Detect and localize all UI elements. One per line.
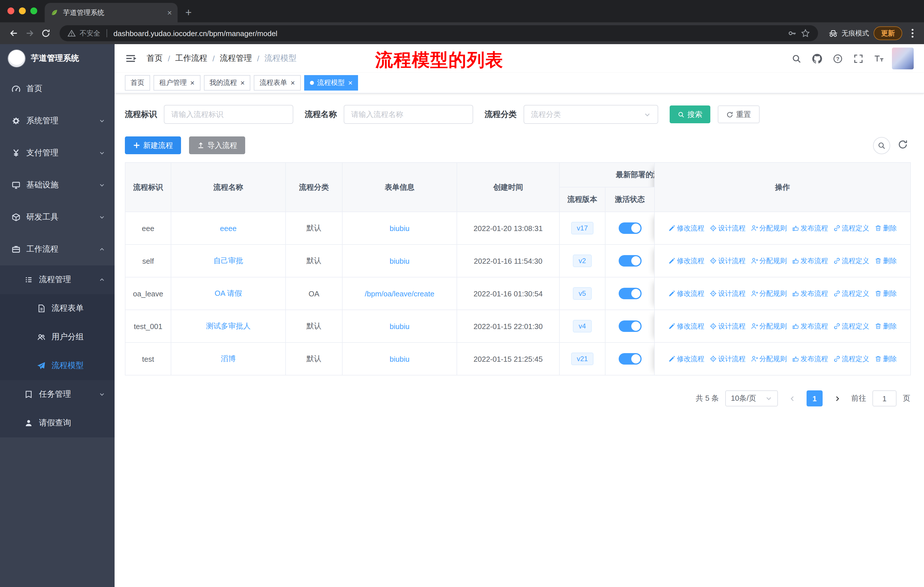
process-name-link[interactable]: 自己审批: [213, 256, 243, 265]
close-icon[interactable]: ×: [348, 79, 353, 86]
tag-my-process[interactable]: 我的流程×: [204, 75, 250, 91]
back-button[interactable]: [6, 25, 22, 41]
publish-process-link[interactable]: 发布流程: [792, 223, 828, 233]
create-process-button[interactable]: 新建流程: [125, 136, 181, 154]
close-icon[interactable]: ×: [290, 79, 295, 86]
delete-link[interactable]: 删除: [874, 256, 897, 266]
forward-button[interactable]: [22, 25, 38, 41]
import-process-button[interactable]: 导入流程: [189, 136, 245, 154]
assign-rule-link[interactable]: 分配规则: [751, 321, 787, 331]
process-name-link[interactable]: 测试多审批人: [206, 322, 251, 330]
active-status-toggle[interactable]: [619, 288, 641, 299]
breadcrumb-item[interactable]: 工作流程: [175, 53, 207, 64]
assign-rule-link[interactable]: 分配规则: [751, 354, 787, 364]
sidebar-collapse-icon[interactable]: [125, 53, 136, 64]
sidebar-item-leave-query[interactable]: 请假查询: [0, 409, 115, 437]
process-id-input[interactable]: [164, 105, 293, 124]
breadcrumb-item[interactable]: 流程管理: [220, 53, 252, 64]
page-number-current[interactable]: 1: [807, 390, 823, 407]
form-info-link[interactable]: /bpm/oa/leave/create: [365, 289, 434, 298]
password-key-icon[interactable]: [788, 29, 797, 38]
delete-link[interactable]: 删除: [874, 321, 897, 331]
form-info-link[interactable]: biubiu: [389, 355, 409, 363]
active-status-toggle[interactable]: [619, 255, 641, 266]
refresh-table-button[interactable]: [898, 139, 910, 152]
next-page-button[interactable]: [829, 390, 845, 407]
goto-page-input[interactable]: [873, 390, 896, 407]
process-definition-link[interactable]: 流程定义: [833, 354, 869, 364]
sidebar-item-process-manage[interactable]: 流程管理: [0, 265, 115, 294]
design-process-link[interactable]: 设计流程: [710, 223, 746, 233]
assign-rule-link[interactable]: 分配规则: [751, 256, 787, 266]
design-process-link[interactable]: 设计流程: [710, 289, 746, 298]
sidebar-item-process-model[interactable]: 流程模型: [0, 351, 115, 380]
process-name-input[interactable]: [344, 105, 473, 124]
sidebar-item-system[interactable]: 系统管理: [0, 105, 115, 137]
design-process-link[interactable]: 设计流程: [710, 354, 746, 364]
sidebar-item-workflow[interactable]: 工作流程: [0, 233, 115, 265]
process-name-link[interactable]: 滔博: [221, 354, 236, 363]
address-bar[interactable]: 不安全 dashboard.yudao.iocoder.cn/bpm/manag…: [59, 25, 818, 41]
assign-rule-link[interactable]: 分配规则: [751, 223, 787, 233]
category-select[interactable]: 流程分类: [523, 105, 658, 124]
tag-process-form[interactable]: 流程表单×: [254, 75, 300, 91]
bookmark-star-icon[interactable]: [801, 29, 810, 38]
sidebar-logo-row[interactable]: 芋道管理系统: [0, 44, 115, 73]
sidebar-item-process-form[interactable]: 流程表单: [0, 294, 115, 323]
process-definition-link[interactable]: 流程定义: [833, 321, 869, 331]
process-definition-link[interactable]: 流程定义: [833, 223, 869, 233]
toggle-search-button[interactable]: [873, 137, 890, 154]
browser-tab[interactable]: 芋道管理系统 ×: [45, 3, 178, 22]
tab-close-icon[interactable]: ×: [167, 8, 172, 17]
window-close-button[interactable]: [7, 7, 14, 14]
search-button[interactable]: 搜索: [670, 106, 710, 123]
new-tab-button[interactable]: +: [180, 4, 197, 21]
process-definition-link[interactable]: 流程定义: [833, 256, 869, 266]
assign-rule-link[interactable]: 分配规则: [751, 289, 787, 298]
browser-update-button[interactable]: 更新: [874, 26, 902, 40]
design-process-link[interactable]: 设计流程: [710, 256, 746, 266]
reset-button[interactable]: 重置: [718, 106, 760, 123]
tag-home[interactable]: 首页: [125, 75, 150, 91]
sidebar-item-task-manage[interactable]: 任务管理: [0, 380, 115, 409]
close-icon[interactable]: ×: [190, 79, 195, 86]
sidebar-item-user-group[interactable]: 用户分组: [0, 323, 115, 351]
help-icon[interactable]: ?: [833, 54, 843, 63]
modify-process-link[interactable]: 修改流程: [668, 321, 704, 331]
reload-button[interactable]: [38, 25, 54, 41]
tag-process-model[interactable]: 流程模型×: [304, 75, 358, 91]
window-minimize-button[interactable]: [19, 7, 26, 14]
process-definition-link[interactable]: 流程定义: [833, 289, 869, 298]
modify-process-link[interactable]: 修改流程: [668, 354, 704, 364]
search-icon[interactable]: [792, 54, 802, 63]
publish-process-link[interactable]: 发布流程: [792, 354, 828, 364]
active-status-toggle[interactable]: [619, 353, 641, 365]
publish-process-link[interactable]: 发布流程: [792, 289, 828, 298]
active-status-toggle[interactable]: [619, 321, 641, 332]
github-icon[interactable]: [812, 54, 822, 63]
user-avatar[interactable]: [892, 48, 914, 69]
delete-link[interactable]: 删除: [874, 223, 897, 233]
modify-process-link[interactable]: 修改流程: [668, 223, 704, 233]
sidebar-item-home[interactable]: 首页: [0, 73, 115, 105]
publish-process-link[interactable]: 发布流程: [792, 256, 828, 266]
active-status-toggle[interactable]: [619, 222, 641, 234]
browser-menu-icon[interactable]: [907, 28, 918, 39]
window-zoom-button[interactable]: [30, 7, 37, 14]
delete-link[interactable]: 删除: [874, 354, 897, 364]
design-process-link[interactable]: 设计流程: [710, 321, 746, 331]
sidebar-item-infrastructure[interactable]: 基础设施: [0, 169, 115, 201]
fullscreen-icon[interactable]: [853, 54, 863, 63]
delete-link[interactable]: 删除: [874, 289, 897, 298]
sidebar-item-devtools[interactable]: 研发工具: [0, 201, 115, 233]
form-info-link[interactable]: biubiu: [389, 322, 409, 331]
breadcrumb-item[interactable]: 首页: [147, 53, 163, 64]
process-name-link[interactable]: OA 请假: [214, 289, 242, 298]
modify-process-link[interactable]: 修改流程: [668, 256, 704, 266]
prev-page-button[interactable]: [784, 390, 800, 407]
publish-process-link[interactable]: 发布流程: [792, 321, 828, 331]
modify-process-link[interactable]: 修改流程: [668, 289, 704, 298]
close-icon[interactable]: ×: [240, 79, 244, 86]
process-name-link[interactable]: eeee: [220, 224, 237, 232]
font-size-icon[interactable]: [874, 54, 884, 63]
